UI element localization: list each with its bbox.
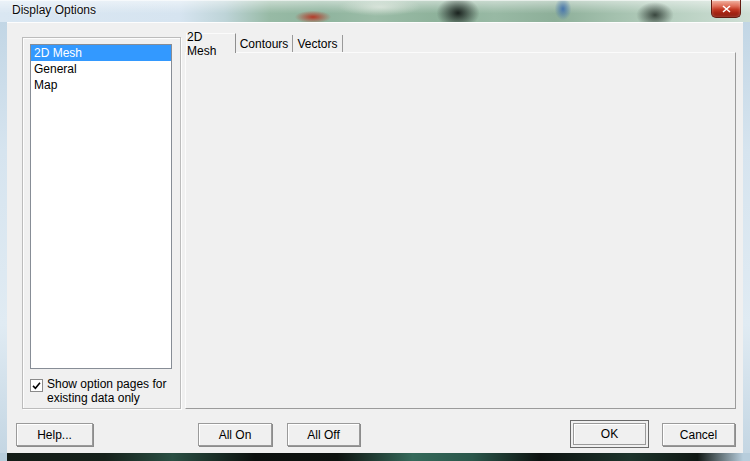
page-listbox[interactable]: 2D MeshGeneralMap (30, 44, 172, 369)
tab-panel-2d-mesh (185, 52, 736, 409)
tab-contours[interactable]: Contours (236, 35, 293, 52)
tab-vectors[interactable]: Vectors (293, 35, 343, 52)
all-on-button-label: All On (219, 428, 252, 442)
close-button[interactable] (711, 0, 741, 18)
ok-button-label: OK (601, 427, 618, 441)
all-on-button[interactable]: All On (198, 423, 272, 446)
sidebar-item-map[interactable]: Map (31, 77, 171, 93)
ok-button[interactable]: OK (570, 420, 649, 448)
help-button[interactable]: Help... (16, 423, 93, 446)
all-off-button-label: All Off (307, 428, 339, 442)
sidebar-item-general[interactable]: General (31, 61, 171, 77)
display-options-dialog: Display Options 2D MeshGeneralMap Show o… (0, 0, 750, 461)
show-option-pages-checkbox[interactable] (30, 379, 43, 392)
window-border-left (0, 22, 7, 453)
window-title: Display Options (12, 0, 96, 21)
sidebar-item-2d-mesh[interactable]: 2D Mesh (31, 45, 171, 61)
show-option-pages-label-line2: existing data only (47, 391, 166, 405)
titlebar (0, 0, 750, 22)
tab-2d-mesh[interactable]: 2D Mesh (186, 33, 236, 53)
show-option-pages-label-line1: Show option pages for (47, 377, 166, 391)
all-off-button[interactable]: All Off (287, 423, 360, 446)
check-icon (31, 380, 42, 391)
window-border-bottom (0, 453, 750, 461)
show-option-pages-label: Show option pages for existing data only (47, 377, 166, 405)
cancel-button[interactable]: Cancel (662, 423, 735, 446)
close-icon (722, 5, 731, 13)
window-border-right (743, 22, 750, 453)
help-button-label: Help... (37, 428, 72, 442)
cancel-button-label: Cancel (680, 428, 717, 442)
